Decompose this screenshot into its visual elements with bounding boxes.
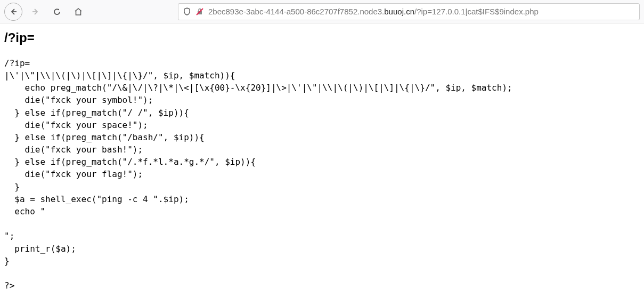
insecure-lock-icon [195, 7, 204, 16]
url-host-prefix: 2bec893e-3abc-4144-a500-86c2707f7852.nod… [208, 7, 384, 16]
forward-button[interactable] [28, 4, 44, 20]
url-path: /?ip=127.0.0.1|cat$IFS$9index.php [414, 7, 539, 16]
url-domain: buuoj.cn [384, 7, 414, 16]
code-output: /?ip= |\'|\"|\\|\(|\)|\[|\]|\{|\}/", $ip… [4, 57, 640, 289]
home-icon [74, 7, 83, 16]
nav-button-group [4, 3, 86, 21]
browser-toolbar: 2bec893e-3abc-4144-a500-86c2707f7852.nod… [0, 0, 644, 23]
reload-button[interactable] [49, 4, 65, 20]
shield-icon [183, 7, 191, 16]
page-heading: /?ip= [4, 29, 640, 47]
url-bar[interactable]: 2bec893e-3abc-4144-a500-86c2707f7852.nod… [178, 3, 640, 20]
url-text: 2bec893e-3abc-4144-a500-86c2707f7852.nod… [208, 7, 539, 16]
arrow-right-icon [31, 7, 40, 16]
back-button[interactable] [4, 3, 22, 21]
reload-icon [53, 7, 61, 16]
page-content: /?ip= /?ip= |\'|\"|\\|\(|\)|\[|\]|\{|\}/… [0, 23, 644, 289]
arrow-left-icon [9, 7, 18, 16]
home-button[interactable] [70, 4, 86, 20]
